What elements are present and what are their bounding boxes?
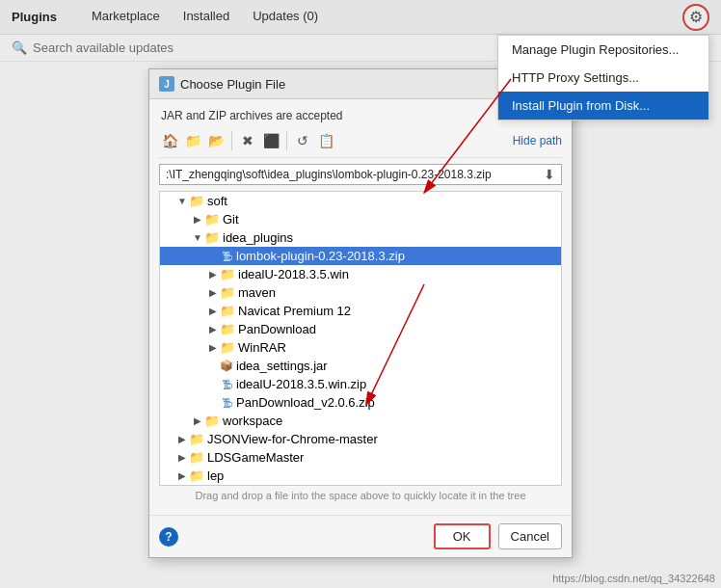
dropdown-item-install-disk[interactable]: Install Plugin from Disk... (498, 92, 708, 120)
stop-button[interactable]: ⬛ (260, 130, 281, 151)
tree-item-label: Git (223, 212, 239, 227)
dropdown-item-manage-repos[interactable]: Manage Plugin Repositories... (498, 36, 708, 64)
dialog-body: JAR and ZIP archives are accepted 🏠 📁 📂 … (149, 99, 572, 515)
delete-button[interactable]: ✖ (237, 130, 258, 151)
tree-item-label: lombok-plugin-0.23-2018.3.zip (236, 249, 405, 263)
ok-button[interactable]: OK (434, 523, 491, 549)
tree-item[interactable]: ▶📁idealU-2018.3.5.win (160, 265, 561, 283)
jar-file-icon: 📦 (220, 360, 233, 372)
tree-item-label: PanDownload (238, 322, 316, 336)
refresh-button[interactable]: ↺ (292, 130, 313, 151)
tree-item[interactable]: ▶📁Navicat Premium 12 (160, 302, 561, 320)
folder-icon: 📁 (189, 468, 204, 483)
folder-icon: 📁 (189, 432, 204, 446)
tree-chevron-icon: ▶ (206, 287, 220, 298)
tree-chevron-icon: ▶ (175, 434, 189, 444)
tree-chevron-icon: ▶ (191, 415, 204, 426)
folder-icon: 📁 (204, 212, 220, 227)
tree-chevron-icon: ▶ (206, 306, 220, 316)
folder-icon: 📁 (220, 285, 235, 300)
help-button[interactable]: ? (159, 527, 178, 547)
toolbar-separator-2 (286, 131, 287, 150)
tree-chevron-icon: ▶ (175, 470, 189, 481)
tree-item[interactable]: ▼📁idea_plugins (160, 228, 561, 247)
home-button[interactable]: 🏠 (159, 130, 180, 151)
tree-item[interactable]: 📦idea_settings.jar (160, 357, 561, 375)
tree-chevron-icon: ▶ (206, 269, 220, 280)
tree-item[interactable]: 🗜lombok-plugin-0.23-2018.3.zip (160, 247, 561, 265)
tree-chevron-icon: ▶ (175, 452, 189, 463)
footer-buttons: OK Cancel (434, 523, 562, 549)
choose-plugin-dialog: J Choose Plugin File ✕ JAR and ZIP archi… (148, 68, 573, 558)
tree-item[interactable]: 🗜idealU-2018.3.5.win.zip (160, 375, 561, 393)
tree-item[interactable]: 🗜PanDownload_v2.0.6.zip (160, 393, 561, 412)
tree-chevron-icon: ▶ (191, 214, 204, 225)
tree-item-label: Navicat Premium 12 (238, 304, 351, 318)
folder-icon: 📁 (204, 414, 220, 428)
file-tree[interactable]: ▼📁soft▶📁Git▼📁idea_plugins🗜lombok-plugin-… (159, 191, 562, 486)
cancel-button[interactable]: Cancel (498, 523, 562, 549)
tree-item-label: idealU-2018.3.5.win (238, 267, 349, 281)
dialog-app-icon: J (159, 76, 174, 92)
folder-icon: 📁 (220, 267, 235, 281)
path-text: :\IT_zhengqing\soft\idea_plugins\lombok-… (166, 168, 540, 181)
zip-file-icon: 🗜 (220, 251, 233, 262)
tree-item-label: WinRAR (238, 340, 286, 355)
tree-item[interactable]: ▶📁maven (160, 283, 561, 302)
zip-file-icon: 🗜 (220, 379, 233, 390)
folder-icon: 📁 (189, 194, 204, 208)
dropdown-menu: Manage Plugin Repositories... HTTP Proxy… (497, 35, 709, 120)
file-toolbar: 🏠 📁 📂 ✖ ⬛ ↺ 📋 Hide path (159, 130, 562, 158)
tree-item-label: LDSGameMaster (207, 450, 304, 465)
tree-item-label: PanDownload_v2.0.6.zip (236, 395, 375, 410)
dialog-title-left: J Choose Plugin File (159, 76, 285, 92)
folder-icon: 📁 (204, 230, 220, 245)
folder-icon: 📁 (220, 322, 235, 336)
tree-item-label: idea_plugins (223, 230, 293, 245)
tree-chevron-icon: ▶ (206, 342, 220, 353)
dialog-title-text: Choose Plugin File (180, 77, 285, 92)
tree-chevron-icon: ▶ (206, 324, 220, 334)
folder-up-button[interactable]: 📁 (182, 130, 203, 151)
path-download-button[interactable]: ⬇ (544, 167, 555, 182)
tree-item-label: soft (207, 194, 227, 208)
drag-hint: Drag and drop a file into the space abov… (159, 486, 562, 505)
tree-item-label: idea_settings.jar (236, 359, 328, 373)
tree-item[interactable]: ▼📁soft (160, 192, 561, 210)
tree-item-label: JSONView-for-Chrome-master (207, 432, 378, 446)
tree-item[interactable]: ▶📁workspace (160, 412, 561, 430)
tree-item-label: maven (238, 285, 276, 300)
folder-icon: 📁 (220, 340, 235, 355)
tree-item[interactable]: ▶📁WinRAR (160, 338, 561, 357)
copy-path-button[interactable]: 📋 (315, 130, 336, 151)
tree-item[interactable]: ▶📁PanDownload (160, 320, 561, 338)
folder-icon: 📁 (189, 450, 204, 465)
tree-item-label: lep (207, 468, 224, 483)
path-bar: :\IT_zhengqing\soft\idea_plugins\lombok-… (159, 164, 562, 185)
tree-item[interactable]: ▶📁JSONView-for-Chrome-master (160, 430, 561, 448)
tree-item[interactable]: ▶📁LDSGameMaster (160, 448, 561, 467)
tree-chevron-icon: ▼ (191, 232, 204, 243)
tree-item[interactable]: ▶📁Git (160, 210, 561, 228)
zip-file-icon: 🗜 (220, 397, 233, 409)
folder-icon: 📁 (220, 304, 235, 318)
hide-path-button[interactable]: Hide path (513, 134, 562, 147)
tree-chevron-icon: ▼ (175, 196, 189, 206)
toolbar-separator-1 (231, 131, 232, 150)
tree-item[interactable]: ▶📁lep (160, 467, 561, 485)
tree-item-label: idealU-2018.3.5.win.zip (236, 377, 366, 391)
tree-item-label: workspace (223, 414, 282, 428)
new-folder-button[interactable]: 📂 (205, 130, 227, 151)
dropdown-item-http-proxy[interactable]: HTTP Proxy Settings... (498, 64, 708, 92)
dialog-footer: ? OK Cancel (149, 515, 572, 557)
